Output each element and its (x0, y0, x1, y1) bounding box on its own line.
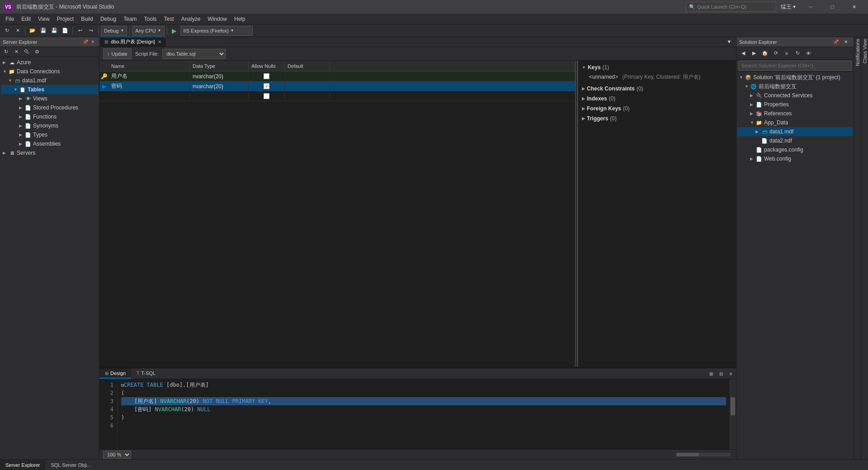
se-stop-button[interactable]: ✕ (11, 47, 21, 57)
save-button[interactable]: 💾 (38, 26, 48, 36)
redo-button[interactable]: ↪ (86, 26, 96, 36)
code-editor[interactable]: ⊟CREATE TABLE [dbo].[用户表] ( [用户名] NVARCH… (118, 379, 730, 449)
tree-sol-data1-mdf[interactable]: ▶ 🗃 data1.mdf (737, 127, 853, 136)
tree-sol-data2-ndf[interactable]: 📄 data2.ndf (737, 136, 853, 145)
tree-data1-mdf[interactable]: ▼ 🗃 data1.mdf (1, 76, 98, 85)
tree-properties[interactable]: ▶ 📄 Properties (737, 100, 853, 109)
stop-button[interactable]: ✕ (13, 26, 23, 36)
null-checkbox-2[interactable] (264, 83, 269, 89)
sql-tab-tsql[interactable]: T T-SQL (131, 369, 161, 379)
menu-item-debug[interactable]: Debug (97, 14, 120, 24)
sql-layout-btn-1[interactable]: ⊞ (706, 369, 716, 379)
cell-default-3[interactable] (285, 91, 330, 101)
se-filter-button[interactable]: ⚙ (32, 47, 42, 57)
null-checkbox-3[interactable] (264, 93, 269, 99)
se2-back-button[interactable]: ◀ (738, 48, 748, 58)
menu-item-test[interactable]: Test (160, 14, 178, 24)
run-button[interactable]: ▶ (170, 26, 179, 36)
horizontal-scrollbar[interactable] (676, 453, 731, 456)
menu-item-file[interactable]: File (2, 14, 18, 24)
menu-item-tools[interactable]: Tools (141, 14, 160, 24)
cpu-dropdown[interactable]: Any CPU ▼ (132, 26, 164, 36)
tree-views[interactable]: ▶ 👁 Views (1, 94, 98, 103)
refresh-button[interactable]: ↻ (2, 26, 12, 36)
script-file-select[interactable]: dbo.Table.sql (162, 49, 226, 59)
solution-search-input[interactable] (738, 61, 852, 71)
tree-functions[interactable]: ▶ 📄 Functions (1, 112, 98, 121)
menu-item-build[interactable]: Build (77, 14, 97, 24)
cell-null-1[interactable] (249, 71, 285, 81)
cell-name-2[interactable]: 密码 (108, 81, 190, 91)
tree-servers[interactable]: ▶ 🖥 Servers (1, 148, 98, 157)
new-button[interactable]: 📄 (60, 26, 70, 36)
tab-server-explorer[interactable]: Server Explorer (0, 460, 45, 470)
sql-layout-btn-3[interactable]: ≡ (726, 369, 736, 379)
maximize-button[interactable]: □ (822, 0, 843, 14)
tree-data-connections[interactable]: ▼ 📁 Data Connections (1, 67, 98, 76)
tab-sql-server-obj[interactable]: SQL Server Obji... (45, 460, 96, 470)
se-connect-button[interactable]: 🔌 (22, 47, 32, 57)
menu-item-window[interactable]: Window (204, 14, 231, 24)
cell-type-2[interactable]: nvarchar(20) (190, 81, 249, 91)
tree-assemblies[interactable]: ▶ 📄 Assemblies (1, 139, 98, 148)
cell-default-1[interactable] (285, 71, 330, 81)
se2-sync-button[interactable]: ⟳ (771, 48, 781, 58)
update-button[interactable]: ↑ Update (103, 48, 132, 59)
tree-stored-procedures[interactable]: ▶ 📄 Stored Procedures (1, 103, 98, 112)
menu-item-view[interactable]: View (34, 14, 53, 24)
tree-app-data[interactable]: ▼ 📁 App_Data (737, 118, 853, 127)
tree-references[interactable]: ▶ 📚 References (737, 109, 853, 118)
se2-view-button[interactable]: 👁 (803, 48, 813, 58)
save-all-button[interactable]: 💾 (49, 26, 59, 36)
tree-connected-services[interactable]: ▶ 🔌 Connected Services (737, 91, 853, 100)
cell-name-3[interactable] (108, 91, 190, 101)
tree-packages-config[interactable]: 📄 packages.config (737, 145, 853, 154)
quick-launch[interactable]: 🔍 Quick Launch (Ctrl+Q) (686, 2, 776, 12)
sql-scrollbar[interactable] (730, 379, 736, 449)
tree-tables[interactable]: ▼ 📋 Tables (1, 85, 98, 94)
se2-close-button[interactable]: ✕ (841, 37, 851, 47)
cell-type-1[interactable]: nvarchar(20) (190, 71, 249, 81)
zoom-select[interactable]: 100 % (103, 451, 131, 459)
table-row-empty[interactable] (99, 91, 575, 101)
designer-tab-close[interactable]: ✕ (158, 39, 161, 44)
menu-item-team[interactable]: Team (120, 14, 140, 24)
sql-layout-btn-2[interactable]: ⊟ (716, 369, 726, 379)
se2-home-button[interactable]: 🏠 (760, 48, 770, 58)
menu-item-help[interactable]: Help (231, 14, 249, 24)
project-root[interactable]: ▼ 🌐 前后端数据交互 (737, 82, 853, 91)
table-row[interactable]: ▶ 密码 nvarchar(20) (99, 81, 575, 91)
debug-dropdown[interactable]: Debug ▼ (101, 26, 127, 36)
notifications-label[interactable]: Notifications (855, 39, 860, 66)
class-view-label[interactable]: Class View (862, 39, 868, 63)
cell-null-2[interactable] (249, 81, 285, 91)
cell-type-3[interactable] (190, 91, 249, 101)
tree-azure[interactable]: ▶ ☁ Azure (1, 58, 98, 67)
tree-web-config[interactable]: ▶ 📄 Web.config (737, 154, 853, 163)
se2-refresh-button[interactable]: ↻ (793, 48, 802, 58)
se2-filter-button[interactable]: ≡ (782, 48, 792, 58)
se-close-button[interactable]: ✕ (89, 38, 96, 46)
se2-pin-button[interactable]: 📌 (831, 37, 841, 47)
undo-button[interactable]: ↩ (75, 26, 85, 36)
null-checkbox-1[interactable] (264, 73, 269, 79)
menu-item-edit[interactable]: Edit (18, 14, 34, 24)
designer-tab[interactable]: ⊞ dbo.用户表 [Design] ✕ (99, 37, 166, 47)
tab-dropdown-button[interactable]: ▼ (724, 37, 734, 47)
se-refresh-button[interactable]: ↻ (1, 47, 11, 57)
close-button[interactable]: ✕ (844, 0, 864, 14)
menu-item-analyze[interactable]: Analyze (178, 14, 204, 24)
cell-name-1[interactable]: 用户名 (108, 71, 190, 81)
cell-default-2[interactable] (285, 81, 330, 91)
solution-root[interactable]: ▼ 📦 Solution '前后端数据交互' (1 project) (737, 73, 853, 82)
tree-synonyms[interactable]: ▶ 📄 Synonyms (1, 121, 98, 130)
se-pin-button[interactable]: 📌 (82, 38, 89, 46)
menu-item-project[interactable]: Project (53, 14, 77, 24)
minimize-button[interactable]: ─ (800, 0, 821, 14)
cell-null-3[interactable] (249, 91, 285, 101)
tree-types[interactable]: ▶ 📄 Types (1, 130, 98, 139)
sql-tab-design[interactable]: ⊞ Design (99, 369, 131, 379)
user-label[interactable]: 猛王 ▾ (781, 3, 796, 11)
se2-forward-button[interactable]: ▶ (749, 48, 759, 58)
iis-dropdown[interactable]: IIS Express (Firefox) ▼ (180, 26, 253, 36)
